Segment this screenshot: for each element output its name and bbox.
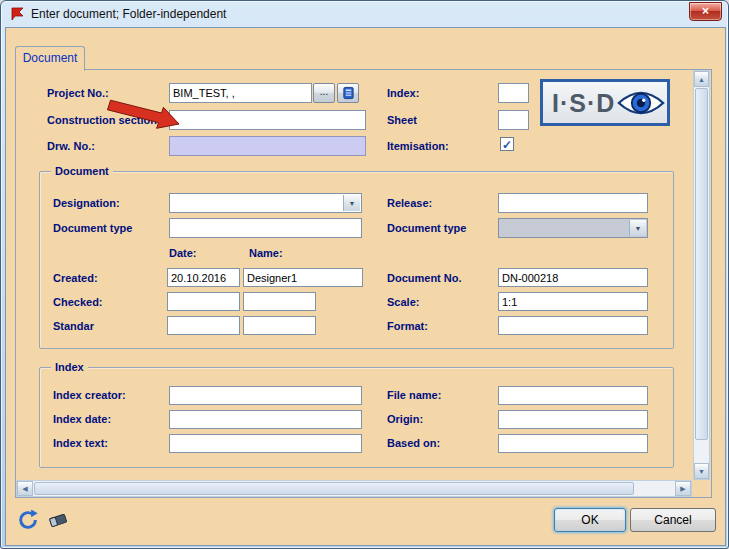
document-type-left-input[interactable] (169, 218, 362, 238)
designation-combobox[interactable]: ▼ (169, 193, 362, 213)
name-header: Name: (249, 247, 283, 259)
standard-date-input[interactable] (167, 316, 240, 335)
app-icon (10, 6, 26, 22)
tab-document[interactable]: Document (15, 46, 85, 71)
refresh-icon (17, 509, 39, 531)
scroll-up-icon: ▲ (698, 76, 705, 83)
index-input[interactable] (498, 83, 529, 103)
close-button[interactable]: × (689, 2, 722, 21)
index-date-input[interactable] (169, 410, 362, 429)
sheet-input[interactable] (498, 110, 529, 130)
file-name-label: File name: (387, 389, 441, 401)
format-input[interactable] (498, 316, 648, 335)
isd-eye-icon (617, 85, 665, 121)
scale-input[interactable] (498, 292, 648, 311)
scale-label: Scale: (387, 296, 419, 308)
project-catalog-button[interactable] (337, 83, 359, 103)
refresh-button[interactable] (15, 507, 41, 533)
project-no-label: Project No.: (47, 87, 109, 99)
eraser-button[interactable] (45, 507, 71, 533)
index-group-legend: Index (51, 361, 88, 373)
document-type-left-label: Document type (53, 222, 132, 234)
window-title: Enter document; Folder-independent (31, 7, 226, 21)
index-date-label: Index date: (53, 413, 111, 425)
eraser-icon (47, 509, 69, 531)
cancel-label: Cancel (654, 513, 691, 527)
document-type-right-label: Document type (387, 222, 466, 234)
created-label: Created: (53, 272, 98, 284)
index-creator-label: Index creator: (53, 389, 126, 401)
catalog-icon (342, 86, 355, 100)
designation-dropdown-icon[interactable]: ▼ (343, 195, 360, 211)
release-label: Release: (387, 197, 432, 209)
based-on-input[interactable] (498, 434, 648, 453)
file-name-input[interactable] (498, 386, 648, 405)
titlebar: Enter document; Folder-independent (1, 1, 728, 27)
close-icon: × (702, 4, 709, 18)
date-header: Date: (169, 247, 197, 259)
construction-section-input[interactable] (169, 110, 366, 130)
checked-date-input[interactable] (167, 292, 240, 311)
itemisation-checkbox[interactable]: ✓ (500, 137, 514, 151)
document-no-input[interactable] (498, 268, 648, 287)
annotation-arrow (105, 99, 183, 131)
index-label: Index: (387, 87, 419, 99)
horizontal-scrollbar[interactable]: ◀ ▶ (16, 480, 692, 497)
horizontal-scroll-thumb[interactable] (34, 482, 634, 495)
designation-label: Designation: (53, 197, 120, 209)
document-type-dropdown-icon[interactable]: ▼ (629, 220, 646, 236)
sheet-label: Sheet (387, 114, 417, 126)
drw-no-input[interactable] (169, 136, 366, 156)
scroll-down-button[interactable]: ▼ (694, 463, 709, 479)
index-text-input[interactable] (169, 434, 362, 453)
isd-logo-text: I·S·D (552, 89, 615, 118)
scroll-up-button[interactable]: ▲ (694, 71, 709, 87)
checked-name-input[interactable] (243, 292, 316, 311)
document-group-legend: Document (51, 165, 113, 177)
origin-input[interactable] (498, 410, 648, 429)
scroll-left-button[interactable]: ◀ (17, 481, 33, 496)
tab-label: Document (23, 51, 78, 65)
based-on-label: Based on: (387, 437, 440, 449)
index-text-label: Index text: (53, 437, 108, 449)
ok-label: OK (581, 513, 598, 527)
created-name-input[interactable] (243, 268, 363, 287)
document-no-label: Document No. (387, 272, 462, 284)
project-no-input[interactable] (169, 83, 312, 103)
created-date-input[interactable] (167, 268, 240, 287)
itemisation-label: Itemisation: (387, 140, 449, 152)
vertical-scroll-thumb[interactable] (695, 88, 708, 440)
format-label: Format: (387, 320, 428, 332)
vertical-scrollbar[interactable]: ▲ ▼ (693, 70, 710, 480)
project-browse-button[interactable]: ... (313, 83, 335, 103)
dropdown-glyph: ▼ (635, 225, 642, 232)
scroll-right-button[interactable]: ▶ (675, 481, 691, 496)
scroll-down-icon: ▼ (698, 468, 705, 475)
dropdown-glyph: ▼ (349, 200, 356, 207)
check-icon: ✓ (502, 138, 512, 152)
index-creator-input[interactable] (169, 386, 362, 405)
scroll-left-icon: ◀ (22, 485, 27, 493)
ok-button[interactable]: OK (554, 508, 626, 532)
origin-label: Origin: (387, 413, 423, 425)
scroll-right-icon: ▶ (680, 485, 685, 493)
standard-name-input[interactable] (243, 316, 316, 335)
standard-label: Standar (53, 320, 94, 332)
dialog-window: Enter document; Folder-independent × Doc… (0, 0, 729, 549)
isd-logo: I·S·D (540, 79, 670, 126)
document-type-combobox[interactable]: ▼ (498, 218, 648, 238)
browse-label: ... (320, 86, 328, 97)
cancel-button[interactable]: Cancel (630, 508, 716, 532)
release-input[interactable] (498, 193, 648, 213)
drw-no-label: Drw. No.: (47, 140, 95, 152)
checked-label: Checked: (53, 296, 103, 308)
